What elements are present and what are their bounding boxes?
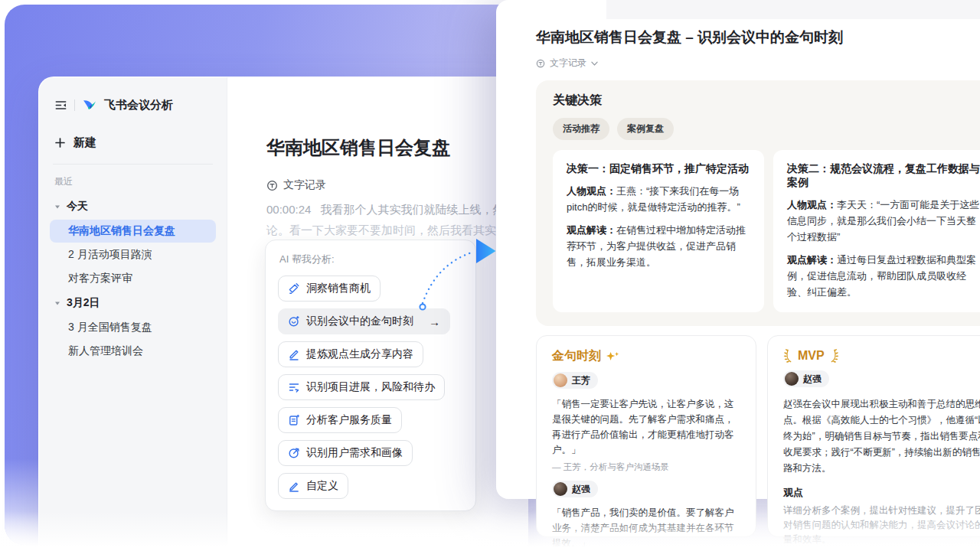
document-icon	[288, 414, 300, 426]
decision-viewpoint: 人物观点：王燕：“接下来我们在每一场pitch的时候，就是做特定活动的推荐。”	[567, 183, 750, 215]
sidebar-item-mar-national-review[interactable]: 3 月全国销售复盘	[50, 316, 216, 339]
feishu-logo	[82, 97, 97, 112]
decision-title: 决策一：固定销售环节，推广特定活动	[567, 162, 750, 176]
speaker-chip-zhaoqiang[interactable]: 赵强	[552, 481, 598, 497]
speaker-chip-zhaoqiang[interactable]: 赵强	[783, 370, 829, 387]
chevron-down-icon	[54, 300, 60, 306]
ai-action-service-quality[interactable]: 分析客户服务质量	[278, 407, 402, 433]
sidebar: 飞书会议分析 新建 最近 今天 华南地区销售日会复盘 2 月活动项目路演 对客方…	[39, 77, 227, 551]
result-panel: 华南地区销售日会复盘 – 识别会议中的金句时刻 文字记录 关键决策 活动推荐 案…	[496, 0, 980, 499]
decision-interpretation: 观点解读：通过每日复盘过程数据和典型案例，促进信息流动，帮助团队成员吸收经验、纠…	[787, 252, 980, 300]
plus-icon	[54, 137, 66, 148]
tag-activity-recommendation[interactable]: 活动推荐	[553, 118, 609, 140]
ai-analysis-panel: AI 帮我分析: 洞察销售商机 识别会议中的金句时刻 → 提炼观点生成分享内容	[265, 240, 476, 511]
avatar	[785, 372, 799, 386]
avatar	[554, 482, 567, 496]
tag-case-review[interactable]: 案例复盘	[617, 118, 674, 140]
sidebar-divider	[53, 164, 213, 165]
sidebar-group-today[interactable]: 今天	[50, 194, 216, 219]
meeting-title: 华南地区销售日会复盘	[266, 135, 528, 160]
sidebar-item-feb-roadshow[interactable]: 2 月活动项目路演	[50, 243, 216, 266]
chevron-down-icon	[54, 204, 60, 210]
edit-icon	[288, 480, 300, 492]
meeting-analysis-window: 飞书会议分析 新建 最近 今天 华南地区销售日会复盘 2 月活动项目路演 对客方…	[38, 77, 528, 551]
transcript-selector[interactable]: 文字记录	[536, 57, 980, 70]
group-label: 3月2日	[67, 296, 100, 310]
ai-action-golden-moments[interactable]: 识别会议中的金句时刻 →	[278, 308, 450, 334]
viewpoint-label: 观点	[783, 486, 980, 500]
viewpoint-text: 详细分析多个案例，提出针对性建议，提升了团队对销售问题的认知和解决能力，提高会议…	[783, 504, 980, 547]
sparkles-icon	[606, 351, 619, 362]
result-title: 华南地区销售日会复盘 – 识别会议中的金句时刻	[536, 28, 980, 47]
sidebar-collapse-icon[interactable]	[54, 99, 67, 112]
ai-action-user-needs[interactable]: 识别用户需求和画像	[278, 440, 413, 466]
quote-attribution: — 王芳，分析与客户沟通场景	[552, 461, 740, 473]
mvp-title: MVP	[783, 348, 980, 363]
laurel-right-icon	[829, 348, 839, 363]
decision-interpretation: 观点解读：在销售过程中增加特定活动推荐环节，为客户提供收益，促进产品销售，拓展业…	[567, 222, 750, 270]
app-title: 飞书会议分析	[104, 98, 173, 112]
transcript-label: 文字记录	[283, 178, 326, 192]
sidebar-item-client-plan-review[interactable]: 对客方案评审	[50, 267, 216, 290]
golden-moments-title: 金句时刻	[552, 348, 740, 364]
transcript-line: 论。看一下大家要不要加时间，然后我看其实，嗯，阅	[266, 220, 528, 240]
target-icon	[288, 447, 300, 459]
golden-moment-icon	[288, 315, 300, 328]
sidebar-group-mar2[interactable]: 3月2日	[50, 291, 216, 315]
telescope-icon	[288, 282, 300, 295]
quote-text: 「销售一定要让客户先说，让客户多说，这是很关键的问题。先了解客户需求和痛点，再进…	[552, 396, 740, 458]
decision-viewpoint: 人物观点：李天天：“一方面可能是关于这些信息同步，就是那么我们会小结一下当天整个…	[787, 197, 980, 245]
decision-card-2: 决策二：规范会议流程，复盘工作数据与案例 人物观点：李天天：“一方面可能是关于这…	[773, 150, 980, 312]
ai-action-sales-insight[interactable]: 洞察销售商机	[278, 276, 381, 302]
decision-title: 决策二：规范会议流程，复盘工作数据与案例	[787, 162, 980, 190]
transcript-icon	[536, 59, 545, 68]
pen-icon	[288, 348, 300, 360]
quote-text: 「销售产品，我们卖的是价值。要了解客户业务，清楚产品如何成为其基建并在各环节提效…	[552, 505, 740, 551]
ai-panel-label: AI 帮我分析:	[279, 253, 463, 266]
divider	[74, 99, 75, 111]
window-chrome-band	[606, 0, 980, 19]
golden-moments-card: 金句时刻 王芳 「销售一定要让客户先说，让客户多说，这是很关键的问题。先了解客户…	[536, 335, 756, 537]
decision-card-1: 决策一：固定销售环节，推广特定活动 人物观点：王燕：“接下来我们在每一场pitc…	[553, 150, 764, 312]
ai-action-custom[interactable]: 自定义	[278, 473, 348, 499]
ai-action-progress-risk[interactable]: 识别项目进展，风险和待办	[278, 374, 445, 400]
ai-action-share-content[interactable]: 提炼观点生成分享内容	[278, 341, 423, 367]
marketing-canvas: 飞书会议分析 新建 最近 今天 华南地区销售日会复盘 2 月活动项目路演 对客方…	[0, 0, 980, 551]
speaker-chip-wangfang[interactable]: 王芳	[552, 372, 598, 389]
list-icon	[288, 381, 300, 393]
arrow-right-icon: →	[429, 315, 440, 328]
laurel-left-icon	[783, 348, 793, 363]
group-label: 今天	[67, 200, 88, 214]
chevron-down-icon	[591, 61, 598, 66]
key-decisions-title: 关键决策	[553, 93, 980, 109]
new-analysis-button[interactable]: 新建	[54, 135, 211, 150]
transcript-icon	[266, 180, 278, 191]
document-area: 华南地区销售日会复盘 文字记录 00:00:24我看那个人其实我们就陆续上线，然…	[227, 77, 528, 551]
recent-label: 最近	[50, 175, 216, 188]
mvp-summary: 赵强在会议中展现出积极主动和善于总结的思维特点。根据《高效能人士的七个习惯》，他…	[783, 396, 980, 477]
mvp-card: MVP 赵强 赵强在会议中展现出积极主动和善于总结的思维特点。根据《高效能人士的…	[767, 335, 980, 537]
sidebar-header: 飞书会议分析	[50, 97, 216, 112]
timestamp: 00:00:24	[266, 203, 311, 216]
transcript-label: 文字记录	[550, 57, 586, 70]
key-decisions-section: 关键决策 活动推荐 案例复盘 决策一：固定销售环节，推广特定活动 人物观点：王燕…	[536, 80, 980, 326]
transcript-label-row[interactable]: 文字记录	[266, 178, 528, 192]
transcript-line: 00:00:24我看那个人其实我们就陆续上线，然后我们	[266, 200, 528, 219]
sidebar-item-meeting-review[interactable]: 华南地区销售日会复盘	[50, 220, 216, 243]
sidebar-item-newcomer-training[interactable]: 新人管理培训会	[50, 340, 216, 363]
avatar	[554, 373, 567, 387]
new-analysis-label: 新建	[74, 135, 96, 150]
